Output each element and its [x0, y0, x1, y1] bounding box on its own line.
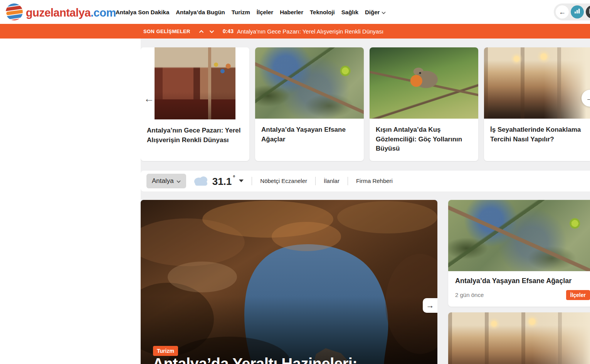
content-area: ← Antalya’nın Gece Pazarı: Yerel Alışver…	[141, 39, 590, 364]
nav-ilceler[interactable]: İlçeler	[257, 9, 273, 15]
breaking-prev-button[interactable]	[199, 28, 204, 35]
nav-teknoloji[interactable]: Teknoloji	[310, 9, 335, 15]
article-timestamp: 2 gün önce	[455, 292, 484, 298]
nav-antalyada-bugun[interactable]: Antalya’da Bugün	[176, 9, 225, 15]
page: guzelantalya.com Antalya Son Dakika Anta…	[0, 0, 590, 364]
breaking-label: SON GELİŞMELER	[143, 29, 190, 34]
carousel-card[interactable]: Antalya’da Yaşayan Efsane Ağaçlar	[255, 47, 364, 161]
night-bazaar-image	[155, 47, 235, 119]
stats-button[interactable]	[571, 5, 584, 18]
card-title[interactable]: Kışın Antalya’da Kuş Gözlemciliği: Göç Y…	[370, 119, 478, 161]
breaking-headline[interactable]: Antalya’nın Gece Pazarı: Yerel Alışveriş…	[237, 28, 383, 35]
breaking-news-bar: SON GELİŞMELER 0:43 Antalya’nın Gece Paz…	[0, 24, 590, 39]
carousel-card[interactable]: Antalya’nın Gece Pazarı: Yerel Alışveriş…	[141, 47, 249, 161]
robin-bird-image	[370, 47, 478, 119]
hero-category-badge[interactable]: Turizm	[153, 346, 178, 356]
news-button[interactable]	[586, 5, 590, 18]
chevron-down-icon	[209, 28, 214, 35]
sea-cave-image	[141, 200, 437, 364]
logo-text: guzelantalya.com	[26, 7, 116, 19]
weather-dropdown-arrow[interactable]	[239, 179, 244, 182]
link-nobetci-eczaneler[interactable]: Nöbetçi Eczaneler	[260, 178, 307, 184]
divider	[252, 177, 252, 185]
back-button[interactable]: ←	[556, 5, 569, 18]
divider	[315, 177, 316, 185]
link-firma-rehberi[interactable]: Firma Rehberi	[356, 178, 393, 184]
hero-next-button[interactable]: →	[423, 298, 437, 313]
header-action-group: ←	[554, 3, 590, 20]
degree-symbol: °	[233, 174, 235, 181]
carousel-card[interactable]: İş Seyahatlerinde Konaklama Tercihi Nası…	[484, 47, 590, 161]
hotel-lobby-image	[448, 312, 590, 364]
weather-bar: Antalya 31.1° Nöbetçi Eczaneler İlanlar …	[141, 171, 590, 191]
hero-title[interactable]: Antalya’da Yeraltı Hazineleri:	[153, 355, 357, 364]
olive-branch-image	[448, 200, 590, 271]
arrow-right-icon: →	[586, 93, 590, 103]
main-nav: Antalya Son Dakika Antalya’da Bugün Turi…	[116, 0, 386, 24]
sidebar-article-meta: 2 gün önce İlçeler	[455, 290, 590, 300]
temperature-value: 31.1°	[212, 174, 235, 188]
arrow-left-icon: ←	[144, 93, 154, 104]
olive-branch-image	[255, 47, 364, 119]
card-title[interactable]: Antalya’nın Gece Pazarı: Yerel Alışveriş…	[141, 119, 249, 152]
cloud-icon	[192, 174, 210, 188]
nav-diger-dropdown[interactable]: Diğer	[365, 9, 386, 15]
arrow-left-icon: ←	[559, 8, 566, 16]
carousel-card[interactable]: Kışın Antalya’da Kuş Gözlemciliği: Göç Y…	[370, 47, 478, 161]
sidebar: Antalya’da Yaşayan Efsane Ağaçlar 2 gün …	[448, 200, 590, 364]
nav-antalya-son-dakika[interactable]: Antalya Son Dakika	[116, 9, 169, 15]
card-image-frame	[141, 47, 249, 119]
sidebar-article[interactable]	[448, 312, 590, 364]
card-title[interactable]: İş Seyahatlerinde Konaklama Tercihi Nası…	[484, 119, 590, 151]
sidebar-article[interactable]: Antalya’da Yaşayan Efsane Ağaçlar 2 gün …	[448, 200, 590, 307]
link-ilanlar[interactable]: İlanlar	[324, 178, 340, 184]
news-carousel: ← Antalya’nın Gece Pazarı: Yerel Alışver…	[141, 47, 590, 161]
divider	[348, 177, 348, 185]
chevron-down-icon	[382, 9, 386, 15]
card-title[interactable]: Antalya’da Yaşayan Efsane Ağaçlar	[255, 119, 364, 151]
article-category-badge[interactable]: İlçeler	[566, 290, 590, 300]
breaking-next-button[interactable]	[209, 28, 214, 35]
hero-article[interactable]: Turizm Antalya’da Yeraltı Hazineleri: →	[141, 200, 437, 364]
site-logo[interactable]: guzelantalya.com	[5, 3, 116, 22]
bar-chart-icon	[574, 8, 580, 15]
main-row: Turizm Antalya’da Yeraltı Hazineleri: → …	[141, 200, 590, 364]
nav-saglik[interactable]: Sağlık	[341, 9, 358, 15]
breaking-time: 0:43	[223, 28, 234, 34]
nav-haberler[interactable]: Haberler	[280, 9, 303, 15]
sidebar-article-title[interactable]: Antalya’da Yaşayan Efsane Ağaçlar	[455, 277, 590, 285]
city-select-button[interactable]: Antalya	[146, 174, 186, 188]
hotel-lobby-image	[484, 47, 590, 119]
header: guzelantalya.com Antalya Son Dakika Anta…	[0, 0, 590, 24]
arrow-right-icon: →	[426, 301, 434, 310]
chevron-up-icon	[199, 28, 204, 35]
sidebar-article-body: Antalya’da Yaşayan Efsane Ağaçlar 2 gün …	[448, 271, 590, 307]
carousel-prev-button[interactable]: ←	[144, 93, 154, 105]
nav-turizm[interactable]: Turizm	[232, 9, 250, 15]
chevron-down-icon	[176, 177, 181, 185]
logo-globe-icon	[5, 3, 23, 22]
